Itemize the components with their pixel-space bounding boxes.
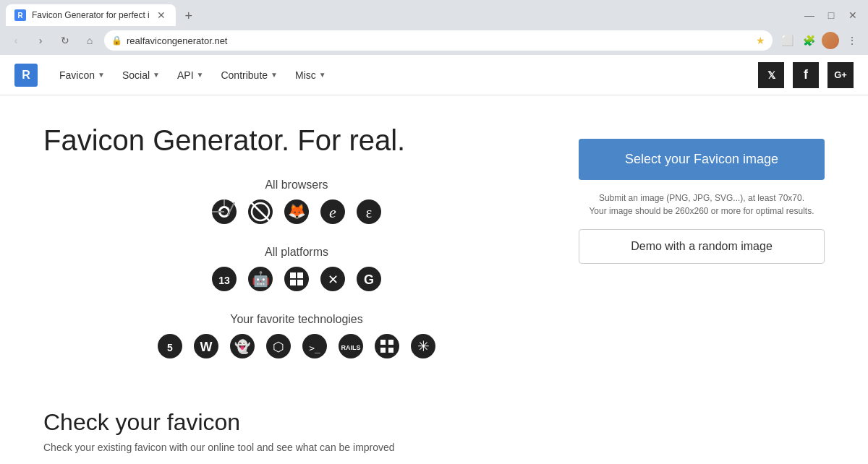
svg-point-40 <box>375 334 399 358</box>
demo-button[interactable]: Demo with a random image <box>579 229 825 264</box>
opera-icon <box>247 199 273 228</box>
maximize-button[interactable]: □ <box>822 6 841 25</box>
check-section: Check your favicon Check your existing f… <box>43 409 825 453</box>
tech-icons-row: 5 W 👻 <box>43 333 550 363</box>
chevron-down-icon: ▼ <box>319 71 326 79</box>
site-logo[interactable]: R <box>14 64 38 87</box>
select-favicon-button[interactable]: Select your Favicon image <box>579 139 825 180</box>
browsers-label: All browsers <box>43 179 550 192</box>
browser-chrome: R Favicon Generator for perfect i ✕ + — … <box>0 0 868 55</box>
macos-icon: ✕ <box>320 266 346 296</box>
svg-rect-41 <box>380 340 386 345</box>
check-description: Check your existing favicon with our onl… <box>43 442 825 453</box>
chevron-down-icon: ▼ <box>98 71 105 79</box>
home-button[interactable]: ⌂ <box>80 30 100 51</box>
svg-rect-42 <box>388 340 393 345</box>
html5-icon: 5 <box>157 333 183 363</box>
address-bar-row: ‹ › ↻ ⌂ 🔒 realfavicongenerator.net ★ ⬜ 🧩… <box>0 26 868 55</box>
svg-text:✳: ✳ <box>417 338 430 354</box>
nav-item-api[interactable]: API ▼ <box>170 65 210 85</box>
twitter-social-button[interactable]: 𝕏 <box>758 62 784 88</box>
svg-text:G: G <box>364 272 374 287</box>
svg-text:13: 13 <box>218 275 230 286</box>
avatar <box>822 32 839 49</box>
terminal-icon: >_ <box>302 333 328 363</box>
nodejs-icon: ⬡ <box>265 333 292 363</box>
tab-favicon: R <box>14 9 26 21</box>
windows-icon <box>284 266 310 296</box>
svg-text:ε: ε <box>366 205 372 220</box>
svg-rect-43 <box>380 348 386 353</box>
ghost-icon: 👻 <box>229 333 255 363</box>
windows2-icon <box>374 333 400 363</box>
new-tab-button[interactable]: + <box>179 6 199 26</box>
svg-text:👻: 👻 <box>234 339 251 355</box>
nav-item-favicon[interactable]: Favicon ▼ <box>52 65 112 85</box>
svg-text:>_: >_ <box>309 343 320 353</box>
svg-text:e: e <box>329 203 336 221</box>
technologies-label: Your favorite technologies <box>43 313 550 326</box>
active-tab[interactable]: R Favicon Generator for perfect i ✕ <box>6 4 176 26</box>
android-icon: 🤖 <box>247 266 273 296</box>
bookmark-star-icon[interactable]: ★ <box>756 35 765 46</box>
tab-title: Favicon Generator for perfect i <box>32 10 150 20</box>
svg-text:RAILS: RAILS <box>341 344 361 351</box>
svg-rect-21 <box>297 272 303 278</box>
platforms-label: All platforms <box>43 246 550 259</box>
close-button[interactable]: ✕ <box>843 6 862 25</box>
nav-items: Favicon ▼ Social ▼ API ▼ Contribute ▼ Mi… <box>52 65 333 85</box>
svg-text:🤖: 🤖 <box>252 270 270 288</box>
nav-item-social[interactable]: Social ▼ <box>115 65 167 85</box>
check-title: Check your favicon <box>43 409 825 436</box>
window-controls: — □ ✕ <box>800 6 862 25</box>
nav-item-misc[interactable]: Misc ▼ <box>288 65 333 85</box>
svg-rect-23 <box>297 280 303 285</box>
platforms-section: All platforms 13 <box>43 246 550 296</box>
menu-button[interactable]: ⋮ <box>842 30 862 51</box>
firefox-icon: 🦊 <box>284 199 310 228</box>
svg-text:🦊: 🦊 <box>288 202 306 220</box>
back-button[interactable]: ‹ <box>6 30 26 51</box>
reload-button[interactable]: ↻ <box>55 30 75 51</box>
website: R Favicon ▼ Social ▼ API ▼ Contribute ▼ … <box>0 55 868 464</box>
ie-old-icon: e <box>320 199 346 228</box>
address-text: realfavicongenerator.net <box>127 35 752 46</box>
browser-icons-row: 🦊 e <box>43 199 550 228</box>
chevron-down-icon: ▼ <box>271 71 278 79</box>
tab-close-button[interactable]: ✕ <box>156 9 167 22</box>
extensions-button[interactable]: 🧩 <box>799 30 819 51</box>
svg-rect-44 <box>388 348 393 353</box>
ios-icon: 13 <box>211 266 237 296</box>
rails-icon: RAILS <box>338 333 364 363</box>
forward-button[interactable]: › <box>30 30 51 51</box>
google-plus-social-button[interactable]: G+ <box>827 62 854 88</box>
hero-left: Favicon Generator. For real. All browser… <box>43 124 550 380</box>
facebook-social-button[interactable]: f <box>793 62 819 88</box>
wordpress-icon: W <box>193 333 219 363</box>
svg-text:W: W <box>200 340 213 354</box>
cast-button[interactable]: ⬜ <box>777 30 797 51</box>
profile-avatar[interactable] <box>820 30 841 51</box>
address-bar[interactable]: 🔒 realfavicongenerator.net ★ <box>104 30 773 51</box>
main-content: Favicon Generator. For real. All browser… <box>0 95 868 464</box>
svg-rect-22 <box>290 280 296 285</box>
minimize-button[interactable]: — <box>800 6 819 25</box>
svg-text:5: 5 <box>167 342 173 353</box>
toolbar-icons: ⬜ 🧩 ⋮ <box>777 30 862 51</box>
google-icon: G <box>356 266 382 296</box>
technologies-section: Your favorite technologies 5 W <box>43 313 550 363</box>
lock-icon: 🔒 <box>111 35 122 46</box>
svg-rect-20 <box>290 272 296 278</box>
asterisk-icon: ✳ <box>410 333 436 363</box>
nav-social: 𝕏 f G+ <box>758 62 854 88</box>
chevron-down-icon: ▼ <box>197 71 204 79</box>
svg-text:✕: ✕ <box>328 272 339 287</box>
nav-item-contribute[interactable]: Contribute ▼ <box>213 65 285 85</box>
hero-section: Favicon Generator. For real. All browser… <box>43 124 825 380</box>
chevron-down-icon: ▼ <box>153 71 160 79</box>
svg-point-19 <box>284 267 309 291</box>
hint-text: Submit an image (PNG, JPG, SVG...), at l… <box>579 192 825 218</box>
edge-icon: ε <box>356 199 382 228</box>
site-nav: R Favicon ▼ Social ▼ API ▼ Contribute ▼ … <box>0 55 868 95</box>
platform-icons-row: 13 🤖 <box>43 266 550 296</box>
